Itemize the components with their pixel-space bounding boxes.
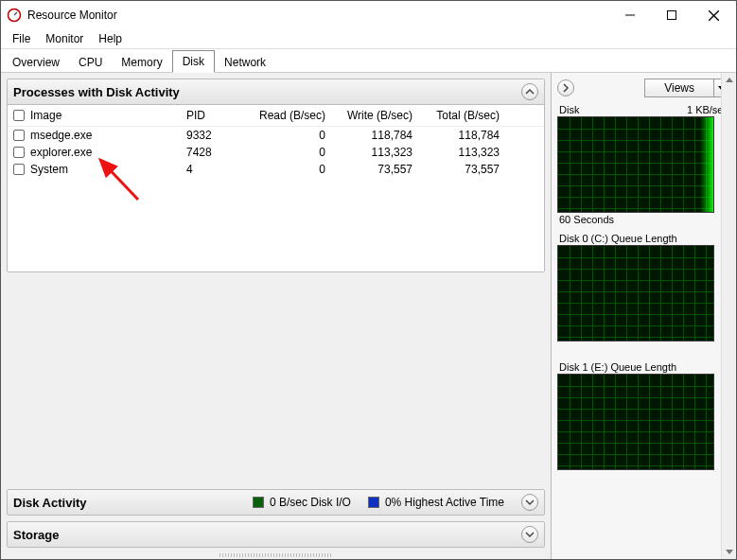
titlebar: Resource Monitor [1, 1, 736, 29]
close-icon [709, 10, 719, 21]
triangle-up-icon [726, 77, 733, 84]
chart-title: Disk 1 (E:) Queue Length [559, 361, 676, 373]
disk-io-indicator: 0 B/sec Disk I/O [253, 496, 351, 509]
disk-activity-panel: Disk Activity 0 B/sec Disk I/O 0% Highes… [7, 489, 545, 516]
storage-header[interactable]: Storage [8, 522, 544, 547]
scrollbar-vertical[interactable] [721, 73, 736, 559]
views-label: Views [645, 79, 714, 96]
chart [557, 116, 714, 213]
chart-title: Disk [559, 104, 579, 115]
cell-image: explorer.exe [30, 146, 186, 159]
col-read[interactable]: Read (B/sec) [238, 109, 325, 122]
menubar: File Monitor Help [1, 29, 736, 48]
storage-title: Storage [13, 528, 59, 542]
right-toolbar: Views [557, 79, 730, 97]
table-row[interactable]: explorer.exe74280113,323113,323 [8, 144, 544, 161]
main: Processes with Disk Activity Image PID R… [1, 73, 736, 559]
collapse-button[interactable] [521, 83, 538, 100]
processes-table: Image PID Read (B/sec) Write (B/sec) Tot… [8, 105, 544, 271]
resize-handle[interactable] [219, 553, 333, 557]
cell-pid: 7428 [186, 146, 238, 159]
col-image[interactable]: Image [30, 109, 186, 122]
cell-pid: 4 [186, 163, 238, 176]
window-title: Resource Monitor [27, 9, 117, 22]
active-time-label: 0% Highest Active Time [385, 496, 504, 509]
row-checkbox[interactable] [13, 164, 25, 175]
cell-write: 113,323 [325, 146, 412, 159]
cell-write: 73,557 [325, 163, 412, 176]
processes-panel-title: Processes with Disk Activity [13, 85, 180, 99]
table-header-row: Image PID Read (B/sec) Write (B/sec) Tot… [8, 105, 544, 127]
tab-disk[interactable]: Disk [172, 50, 215, 73]
menu-help[interactable]: Help [91, 30, 130, 47]
cell-write: 118,784 [325, 129, 412, 142]
tab-network[interactable]: Network [215, 52, 275, 73]
triangle-down-icon [726, 548, 733, 555]
menu-monitor[interactable]: Monitor [38, 30, 91, 47]
right-pane: Views Disk1 KB/sec60 Seconds0Disk 0 (C:)… [551, 73, 736, 559]
scroll-up-button[interactable] [722, 73, 736, 88]
cell-image: msedge.exe [30, 129, 186, 142]
expand-button[interactable] [521, 526, 538, 543]
disk-activity-title: Disk Activity [13, 496, 87, 510]
maximize-button[interactable] [651, 2, 693, 28]
scroll-down-button[interactable] [722, 544, 736, 559]
chart [557, 245, 714, 341]
cell-pid: 9332 [186, 129, 238, 142]
tab-cpu[interactable]: CPU [69, 52, 112, 73]
cell-total: 73,557 [412, 163, 500, 176]
menu-file[interactable]: File [5, 30, 38, 47]
processes-panel-header[interactable]: Processes with Disk Activity [8, 79, 544, 105]
chevron-right-icon [561, 83, 570, 93]
views-button[interactable]: Views [644, 79, 730, 97]
left-pane: Processes with Disk Activity Image PID R… [1, 73, 551, 559]
minimize-icon [625, 10, 635, 20]
expand-button[interactable] [521, 494, 538, 511]
table-row[interactable]: msedge.exe93320118,784118,784 [8, 127, 544, 144]
chart-block: Disk 0 (C:) Queue Length10 [557, 232, 730, 355]
chart-title: Disk 0 (C:) Queue Length [559, 233, 677, 244]
cell-total: 113,323 [412, 146, 500, 159]
tab-memory[interactable]: Memory [112, 52, 171, 73]
col-total[interactable]: Total (B/sec) [412, 109, 500, 122]
maximize-icon [667, 10, 676, 20]
minimize-button[interactable] [609, 2, 651, 28]
chart [557, 374, 714, 470]
tabbar: Overview CPU Memory Disk Network [1, 48, 736, 73]
close-button[interactable] [693, 2, 734, 28]
cell-read: 0 [238, 129, 325, 142]
table-row[interactable]: System4073,55773,557 [8, 161, 544, 178]
chevron-up-icon [525, 87, 535, 96]
blue-square-icon [368, 497, 379, 508]
window: Resource Monitor File Monitor Help Overv… [0, 0, 737, 560]
col-pid[interactable]: PID [186, 109, 238, 122]
storage-panel: Storage [7, 521, 545, 548]
processes-panel: Processes with Disk Activity Image PID R… [7, 79, 545, 272]
chart-bottom-left: 60 Seconds [559, 214, 614, 225]
cell-total: 118,784 [412, 129, 500, 142]
svg-line-1 [14, 12, 17, 15]
cell-image: System [30, 163, 186, 176]
row-checkbox[interactable] [13, 130, 25, 141]
col-write[interactable]: Write (B/sec) [325, 109, 412, 122]
chart-block: Disk 1 (E:) Queue Length10 [557, 360, 730, 483]
activity-pulse [700, 117, 713, 212]
active-time-indicator: 0% Highest Active Time [368, 496, 504, 509]
cell-read: 0 [238, 146, 325, 159]
disk-activity-header[interactable]: Disk Activity 0 B/sec Disk I/O 0% Highes… [8, 490, 544, 515]
collapse-right-button[interactable] [557, 79, 574, 96]
chevron-down-icon [525, 498, 535, 507]
disk-io-label: 0 B/sec Disk I/O [270, 496, 351, 509]
green-square-icon [253, 497, 264, 508]
app-icon [7, 8, 22, 23]
row-checkbox[interactable] [13, 147, 25, 158]
cell-read: 0 [238, 163, 325, 176]
svg-rect-3 [668, 11, 676, 20]
chart-block: Disk1 KB/sec60 Seconds0 [557, 103, 730, 226]
tab-overview[interactable]: Overview [3, 52, 69, 73]
chevron-down-icon [525, 530, 535, 539]
select-all-checkbox[interactable] [13, 110, 25, 121]
